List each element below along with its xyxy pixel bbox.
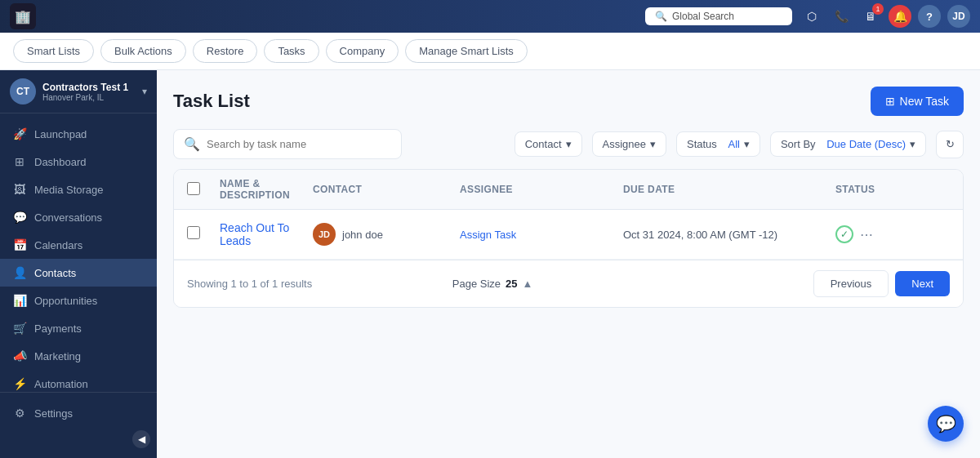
tab-manage-smart-lists[interactable]: Manage Smart Lists (405, 39, 528, 63)
automation-icon: ⚡ (13, 377, 26, 390)
chat-fab-button[interactable]: 💬 (928, 406, 964, 442)
layers-icon[interactable]: ⬡ (800, 5, 823, 28)
task-name[interactable]: Reach Out To Leads (220, 221, 313, 247)
opportunities-icon: 📊 (13, 294, 26, 307)
sidebar-item-label: Launchpad (34, 128, 87, 140)
sidebar-item-label: Automation (34, 378, 88, 390)
status-cell: ✓ ⋯ (835, 225, 950, 243)
sidebar-item-payments[interactable]: 🛒 Payments (0, 314, 157, 342)
table-header: Name & Description Contact Assignee Due … (174, 170, 963, 210)
due-date: Oct 31 2024, 8:00 AM (GMT -12) (623, 229, 835, 241)
sort-button[interactable]: Sort By Due Date (Desc) ▾ (770, 131, 926, 157)
task-table: Name & Description Contact Assignee Due … (173, 169, 964, 308)
page-size-up-icon[interactable]: ▲ (523, 278, 533, 290)
assignee-filter-button[interactable]: Assignee ▾ (592, 131, 666, 157)
refresh-button[interactable]: ↻ (936, 131, 964, 158)
sidebar-item-automation[interactable]: ⚡ Automation (0, 370, 157, 392)
sidebar-item-label: Media Storage (34, 184, 104, 196)
page-size-label: Page Size (452, 278, 501, 290)
new-task-button[interactable]: ⊞ New Task (871, 87, 964, 116)
row-checkbox (187, 226, 220, 242)
sidebar-item-dashboard[interactable]: ⊞ Dashboard (0, 148, 157, 176)
tab-restore[interactable]: Restore (193, 39, 258, 63)
sidebar-item-launchpad[interactable]: 🚀 Launchpad (0, 120, 157, 148)
contact-name: john doe (342, 229, 383, 241)
phone-icon[interactable]: 📞 (830, 5, 853, 28)
help-icon[interactable]: ? (918, 5, 941, 28)
row-more-button[interactable]: ⋯ (860, 227, 873, 242)
global-search-label: Global Search (672, 11, 734, 22)
sidebar-item-label: Opportunities (34, 295, 97, 307)
contact-cell: JD john doe (313, 223, 460, 246)
search-icon: 🔍 (655, 11, 667, 22)
contact-avatar: JD (313, 223, 336, 246)
sidebar-item-label: Dashboard (34, 156, 87, 168)
launchpad-icon: 🚀 (13, 127, 26, 140)
search-icon: 🔍 (184, 136, 200, 152)
sidebar-item-contacts[interactable]: 👤 Contacts (0, 259, 157, 287)
account-name: Contractors Test 1 (42, 82, 136, 93)
page-size-value: 25 (506, 278, 517, 290)
contact-filter-button[interactable]: Contact ▾ (514, 131, 582, 157)
account-avatar: CT (10, 78, 36, 104)
global-search-box[interactable]: 🔍 Global Search (645, 7, 792, 25)
chat-icon: 💬 (936, 414, 956, 434)
chevron-down-icon: ▾ (142, 86, 147, 97)
header-assignee: Assignee (460, 184, 623, 195)
sidebar-item-marketing[interactable]: 📣 Marketing (0, 342, 157, 370)
sidebar-item-label: Marketing (34, 350, 81, 362)
sidebar-item-settings[interactable]: ⚙ Settings (0, 399, 157, 427)
sidebar-item-label: Conversations (34, 211, 102, 224)
dashboard-icon: ⊞ (13, 155, 26, 168)
settings-icon: ⚙ (13, 407, 26, 420)
desktop-icon[interactable]: 🖥1 (859, 5, 882, 28)
header-name: Name & Description (220, 178, 313, 201)
header-contact: Contact (313, 184, 460, 195)
row-select-checkbox[interactable] (187, 226, 200, 239)
sidebar-item-label: Calendars (34, 239, 82, 251)
user-avatar[interactable]: JD (947, 5, 970, 28)
filters-row: 🔍 Contact ▾ Assignee ▾ Status All ▾ Sort… (173, 129, 964, 159)
status-complete-icon: ✓ (835, 225, 853, 243)
sidebar-item-media-storage[interactable]: 🖼 Media Storage (0, 176, 157, 203)
sidebar-item-label: Contacts (34, 267, 76, 279)
sidebar-collapse-button[interactable]: ◀ (132, 430, 150, 448)
assign-task-button[interactable]: Assign Task (460, 229, 623, 241)
sidebar-account[interactable]: CT Contractors Test 1 Hanover Park, IL ▾ (0, 70, 157, 113)
sidebar-item-label: Payments (34, 322, 82, 335)
media-storage-icon: 🖼 (13, 183, 26, 196)
top-nav: 🏢 🔍 Global Search ⬡ 📞 🖥1 🔔 ? JD (0, 0, 980, 33)
bell-icon[interactable]: 🔔 (889, 5, 911, 28)
calendars-icon: 📅 (13, 238, 26, 251)
header-checkbox-col (187, 182, 220, 198)
tab-company[interactable]: Company (326, 39, 399, 63)
chevron-down-icon: ▾ (566, 138, 572, 150)
sidebar-collapse-area: ◀ (0, 427, 157, 451)
showing-results-text: Showing 1 to 1 of 1 results (187, 278, 312, 290)
refresh-icon: ↻ (946, 138, 955, 150)
status-filter-button[interactable]: Status All ▾ (676, 131, 760, 157)
sidebar-footer: ⚙ Settings ◀ (0, 392, 157, 458)
select-all-checkbox[interactable] (187, 182, 200, 195)
tab-tasks[interactable]: Tasks (264, 39, 318, 63)
sidebar-item-label: Settings (34, 407, 73, 420)
search-box: 🔍 (173, 129, 402, 159)
chevron-down-icon: ▾ (650, 138, 656, 150)
main-layout: CT Contractors Test 1 Hanover Park, IL ▾… (0, 70, 980, 458)
tab-smart-lists[interactable]: Smart Lists (13, 39, 94, 63)
tab-bulk-actions[interactable]: Bulk Actions (100, 39, 186, 63)
previous-button[interactable]: Previous (813, 270, 889, 297)
header-status: Status (835, 184, 950, 195)
chevron-down-icon: ▾ (744, 138, 750, 150)
account-sub: Hanover Park, IL (42, 93, 136, 102)
next-button[interactable]: Next (895, 271, 950, 296)
sidebar-item-conversations[interactable]: 💬 Conversations (0, 203, 157, 231)
search-input[interactable] (207, 138, 391, 150)
page-title: Task List (173, 91, 250, 112)
app-logo[interactable]: 🏢 (10, 3, 36, 29)
sidebar-item-calendars[interactable]: 📅 Calendars (0, 231, 157, 259)
conversations-icon: 💬 (13, 211, 26, 224)
sidebar: CT Contractors Test 1 Hanover Park, IL ▾… (0, 70, 157, 458)
tabs-bar: Smart Lists Bulk Actions Restore Tasks C… (0, 33, 980, 70)
sidebar-item-opportunities[interactable]: 📊 Opportunities (0, 287, 157, 314)
